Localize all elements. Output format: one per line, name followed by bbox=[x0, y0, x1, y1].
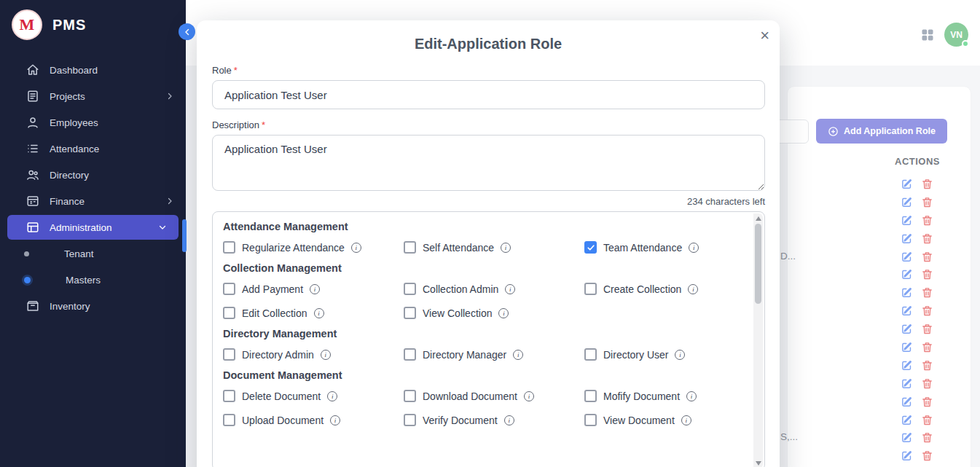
info-icon: i bbox=[321, 350, 331, 360]
permission-grid: Add PaymentiCollection AdminiCreate Coll… bbox=[223, 283, 740, 319]
scrollbar-thumb[interactable] bbox=[755, 224, 761, 304]
info-icon: i bbox=[681, 415, 691, 425]
permission-grid: Regularize AttendanceiSelf AttendanceiTe… bbox=[223, 241, 740, 254]
list-icon bbox=[26, 142, 39, 155]
sidebar-item-masters[interactable]: Masters bbox=[0, 267, 186, 293]
sidebar-item-inventory[interactable]: Inventory bbox=[0, 293, 186, 319]
info-icon: i bbox=[351, 243, 361, 253]
info-icon: i bbox=[675, 350, 685, 360]
checkbox[interactable] bbox=[584, 390, 597, 402]
permission-mofify-document[interactable]: Mofify Documenti bbox=[584, 390, 740, 402]
permission-self-attendance[interactable]: Self Attendancei bbox=[404, 241, 584, 254]
info-icon: i bbox=[505, 284, 515, 294]
checkbox[interactable] bbox=[404, 241, 416, 254]
chevron-right-icon bbox=[165, 197, 174, 205]
checkbox[interactable] bbox=[404, 307, 416, 319]
sidebar-item-dashboard[interactable]: Dashboard bbox=[0, 57, 186, 83]
bullet-icon bbox=[24, 277, 31, 283]
info-icon: i bbox=[524, 391, 534, 401]
permission-label: View Document bbox=[603, 415, 675, 426]
checkbox[interactable] bbox=[223, 348, 235, 361]
sidebar-item-label: Projects bbox=[50, 91, 85, 102]
people-icon bbox=[26, 168, 39, 181]
sidebar-item-attendance[interactable]: Attendance bbox=[0, 136, 186, 162]
sidebar-item-label: Employees bbox=[50, 117, 98, 128]
info-icon: i bbox=[689, 243, 699, 253]
scroll-down-icon[interactable] bbox=[756, 461, 761, 466]
scrollbar[interactable] bbox=[753, 213, 763, 467]
permission-label: Team Attendance bbox=[603, 242, 682, 254]
permission-view-collection[interactable]: View Collectioni bbox=[404, 307, 584, 319]
checkbox[interactable] bbox=[404, 390, 416, 402]
permission-view-document[interactable]: View Documenti bbox=[584, 414, 740, 426]
permission-download-document[interactable]: Download Documenti bbox=[404, 390, 584, 402]
sidebar-item-finance[interactable]: Finance bbox=[0, 188, 186, 214]
sidebar-item-employees[interactable]: Employees bbox=[0, 109, 186, 136]
bullet-icon bbox=[24, 251, 29, 256]
permission-label: Directory User bbox=[603, 349, 668, 361]
checkbox[interactable] bbox=[404, 414, 416, 426]
permission-upload-document[interactable]: Upload Documenti bbox=[223, 414, 404, 426]
required-marker: * bbox=[262, 119, 265, 130]
sidebar-item-label: Masters bbox=[66, 275, 101, 286]
checkbox[interactable] bbox=[584, 348, 597, 361]
scroll-up-icon[interactable] bbox=[756, 216, 761, 221]
permissions-panel: Attendance ManagementRegularize Attendan… bbox=[212, 211, 765, 467]
sidebar-item-directory[interactable]: Directory bbox=[0, 162, 186, 188]
checkbox[interactable] bbox=[223, 241, 235, 254]
sidebar-collapse-button[interactable] bbox=[179, 23, 195, 40]
inventory-icon bbox=[26, 299, 39, 313]
app-title: PMS bbox=[52, 17, 86, 34]
info-icon: i bbox=[513, 350, 523, 360]
logo-letter: M bbox=[20, 15, 35, 34]
chevron-down-icon bbox=[158, 223, 167, 232]
close-icon[interactable]: × bbox=[760, 28, 769, 44]
checkbox[interactable] bbox=[223, 283, 235, 295]
logo-icon: M bbox=[12, 9, 42, 40]
checkbox[interactable] bbox=[584, 283, 597, 295]
checkbox[interactable] bbox=[584, 241, 597, 254]
permission-label: Collection Admin bbox=[423, 283, 498, 295]
checkbox[interactable] bbox=[404, 348, 416, 361]
checkbox[interactable] bbox=[584, 414, 597, 426]
permission-group-title: Document Management bbox=[223, 369, 740, 381]
sidebar-item-tenant[interactable]: Tenant bbox=[0, 240, 186, 267]
chevron-left-icon bbox=[183, 28, 192, 36]
description-textarea[interactable]: Application Test User bbox=[212, 135, 765, 191]
sidebar-item-label: Dashboard bbox=[50, 65, 98, 76]
checkbox[interactable] bbox=[223, 414, 235, 426]
checkbox[interactable] bbox=[223, 307, 235, 319]
info-icon: i bbox=[327, 391, 337, 401]
info-icon: i bbox=[310, 284, 320, 294]
sidebar-item-projects[interactable]: Projects bbox=[0, 83, 186, 109]
edit-application-role-dialog: × Edit-Application Role Role* Descriptio… bbox=[197, 20, 780, 467]
sidebar-item-label: Attendance bbox=[50, 144, 99, 154]
permission-directory-manager[interactable]: Directory Manageri bbox=[404, 348, 584, 361]
chevron-right-icon bbox=[165, 92, 174, 101]
permission-delete-document[interactable]: Delete Documenti bbox=[223, 390, 404, 402]
permission-regularize-attendance[interactable]: Regularize Attendancei bbox=[223, 241, 404, 254]
info-icon: i bbox=[504, 415, 514, 425]
permission-create-collection[interactable]: Create Collectioni bbox=[584, 283, 740, 295]
sidebar-item-label: Directory bbox=[50, 170, 89, 181]
permission-verify-document[interactable]: Verify Documenti bbox=[404, 414, 584, 426]
permission-edit-collection[interactable]: Edit Collectioni bbox=[223, 307, 404, 319]
permission-group-title: Directory Management bbox=[223, 328, 740, 340]
permission-collection-admin[interactable]: Collection Admini bbox=[404, 283, 584, 295]
sidebar-nav: DashboardProjectsEmployeesAttendanceDire… bbox=[0, 57, 186, 319]
permission-directory-user[interactable]: Directory Useri bbox=[584, 348, 740, 361]
sidebar-item-administration[interactable]: Administration bbox=[7, 215, 179, 240]
person-icon bbox=[26, 116, 39, 129]
checkbox[interactable] bbox=[223, 390, 235, 402]
permission-group-title: Collection Management bbox=[223, 262, 740, 274]
active-route-indicator bbox=[182, 219, 187, 252]
role-field-label: Role* bbox=[212, 65, 765, 76]
info-icon: i bbox=[688, 284, 698, 294]
role-input[interactable] bbox=[212, 80, 765, 109]
permission-add-payment[interactable]: Add Paymenti bbox=[223, 283, 404, 295]
permission-label: Download Document bbox=[423, 391, 517, 402]
permission-team-attendance[interactable]: Team Attendancei bbox=[584, 241, 740, 254]
info-icon: i bbox=[686, 391, 697, 401]
permission-directory-admin[interactable]: Directory Admini bbox=[223, 348, 404, 361]
checkbox[interactable] bbox=[404, 283, 416, 295]
